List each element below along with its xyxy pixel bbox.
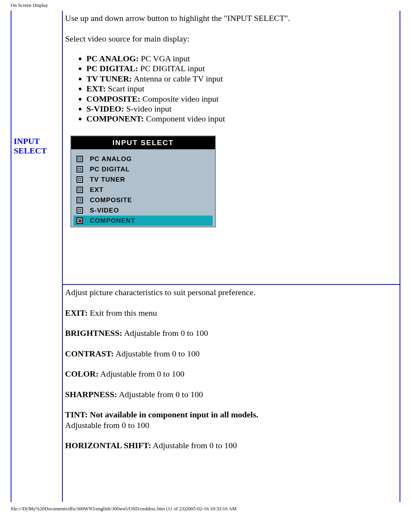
setting-row-tint: TINT: Not available in component input i… <box>65 409 396 430</box>
radio-icon <box>76 207 83 214</box>
osd-panel: INPUT SELECT PC ANALOG PC DIGITAL TV TUN… <box>70 136 216 228</box>
source-options-list: PC ANALOG: PC VGA input PC DIGITAL: PC D… <box>65 54 396 124</box>
setting-row: BRIGHTNESS: Adjustable from 0 to 100 <box>65 328 396 339</box>
list-item: EXT: Scart input <box>86 84 396 94</box>
radio-icon <box>76 166 83 173</box>
radio-icon <box>76 156 83 162</box>
radio-icon <box>76 176 83 183</box>
list-item: PC DIGITAL: PC DIGITAL input <box>86 64 396 73</box>
osd-item-component[interactable]: COMPONENT <box>73 216 213 226</box>
osd-item-pc-analog[interactable]: PC ANALOG <box>73 154 213 164</box>
setting-row: SHARPNESS: Adjustable from 0 to 100 <box>65 389 396 400</box>
intro-text-2: Select video source for main display: <box>65 34 396 44</box>
list-item: PC ANALOG: PC VGA input <box>86 54 396 64</box>
setting-row: CONTRAST: Adjustable from 0 to 100 <box>65 348 396 359</box>
osd-item-label: PC ANALOG <box>90 155 132 163</box>
intro-text-1: Use up and down arrow button to highligh… <box>65 13 396 24</box>
list-item: COMPONENT: Component video input <box>86 114 396 124</box>
radio-icon <box>76 217 83 224</box>
osd-item-label: S-VIDEO <box>90 206 119 214</box>
setting-row: COLOR: Adjustable from 0 to 100 <box>65 369 396 379</box>
osd-item-label: EXT <box>90 186 104 194</box>
list-item: COMPOSITE: Composite video input <box>86 94 396 104</box>
content-frame: INPUT SELECT Use up and down arrow butto… <box>11 11 400 502</box>
radio-icon <box>76 187 83 193</box>
radio-icon <box>76 197 83 203</box>
osd-body: PC ANALOG PC DIGITAL TV TUNER EXT <box>71 149 215 227</box>
osd-item-composite[interactable]: COMPOSITE <box>73 195 213 205</box>
page-footer: file:///D|/My%20Documents/dfu/300WN5/eng… <box>0 502 411 516</box>
right-column: Use up and down arrow button to highligh… <box>63 11 400 502</box>
osd-item-label: PC DIGITAL <box>90 165 130 173</box>
osd-title: INPUT SELECT <box>71 136 215 150</box>
setting-row: HORIZONTAL SHIFT: Adjustable from 0 to 1… <box>65 440 396 451</box>
list-item: TV TUNER: Antenna or cable TV input <box>86 74 396 84</box>
page-header: On Screen Display <box>0 0 411 10</box>
osd-item-tv-tuner[interactable]: TV TUNER <box>73 174 213 185</box>
osd-item-label: COMPOSITE <box>90 196 132 204</box>
input-select-cell: Use up and down arrow button to highligh… <box>63 11 400 285</box>
list-item: S-VIDEO: S-video input <box>86 104 396 114</box>
osd-item-label: TV TUNER <box>90 176 125 184</box>
osd-item-s-video[interactable]: S-VIDEO <box>73 205 213 216</box>
osd-item-pc-digital[interactable]: PC DIGITAL <box>73 164 213 174</box>
osd-item-ext[interactable]: EXT <box>73 185 213 195</box>
picture-cell: Adjust picture characteristics to suit p… <box>63 285 400 453</box>
input-select-link[interactable]: INPUT SELECT <box>14 136 47 155</box>
setting-row: EXIT: Exit from this menu <box>65 308 396 318</box>
picture-intro: Adjust picture characteristics to suit p… <box>65 287 396 298</box>
left-column: INPUT SELECT <box>11 11 63 502</box>
osd-item-label: COMPONENT <box>90 217 135 225</box>
